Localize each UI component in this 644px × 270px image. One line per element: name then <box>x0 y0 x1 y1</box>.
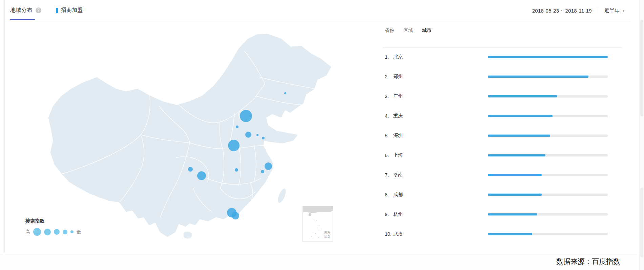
rank-row: 2.郑州 <box>383 67 622 86</box>
rank-number: 2. <box>385 74 393 79</box>
header-right-controls: 2018-05-23 ~ 2018-11-19 近半年 ▾ <box>532 7 624 14</box>
rank-number: 9. <box>385 212 393 217</box>
map-bubble[interactable] <box>262 137 265 139</box>
rank-number: 8. <box>385 192 393 197</box>
map-bubble[interactable] <box>197 171 206 180</box>
rank-row: 10.武汉 <box>383 224 622 244</box>
legend-low-label: 低 <box>77 229 81 235</box>
footer: 数据来源：百度指数 <box>0 253 644 270</box>
hainan-island <box>183 231 192 239</box>
map-bubble[interactable] <box>188 167 193 172</box>
bar-track <box>488 154 608 157</box>
inset-label-line2: 诸岛 <box>324 235 330 239</box>
scrollbar[interactable] <box>639 0 644 270</box>
rank-row: 6.上海 <box>383 146 622 165</box>
rank-row: 4.重庆 <box>383 106 622 126</box>
bar-track <box>488 194 608 196</box>
city-ranking-panel: 省份区域城市 1.北京2.郑州3.广州4.重庆5.深圳6.上海7.济南8.成都9… <box>383 24 622 248</box>
data-source-label: 数据来源：百度指数 <box>556 257 620 266</box>
scrollbar-thumb[interactable] <box>640 20 643 116</box>
help-icon[interactable]: ? <box>36 7 41 13</box>
bar-track <box>488 135 608 137</box>
city-name: 深圳 <box>393 133 403 139</box>
rank-number: 7. <box>385 172 393 178</box>
bar-fill <box>488 76 588 78</box>
rank-row: 9.杭州 <box>383 205 622 224</box>
city-name: 成都 <box>393 192 403 198</box>
bar-fill <box>488 174 542 176</box>
map-bubble[interactable] <box>240 110 252 122</box>
vertical-divider <box>598 8 598 14</box>
rank-number: 3. <box>385 94 393 99</box>
city-name: 北京 <box>393 54 403 60</box>
legend-circle-icon <box>44 229 51 235</box>
bar-fill <box>488 194 542 196</box>
bar-fill <box>488 154 545 157</box>
panel-tabs: 省份区域城市 <box>385 27 432 34</box>
keyword-chip[interactable]: 招商加盟 <box>56 7 83 14</box>
legend-title: 搜索指数 <box>25 218 81 224</box>
rank-number: 5. <box>385 133 393 138</box>
card-left-border <box>4 0 5 253</box>
legend-high-label: 高 <box>25 229 30 235</box>
bar-fill <box>488 213 537 216</box>
map-bubble[interactable] <box>284 92 286 94</box>
keyword-marker-icon <box>56 8 58 13</box>
bar-track <box>488 76 608 78</box>
rank-number: 6. <box>385 153 393 158</box>
tab-region[interactable]: 区域 <box>403 27 413 34</box>
section-title: 地域分布 <box>10 7 33 14</box>
map-bubble[interactable] <box>232 212 239 219</box>
map-bubble[interactable] <box>235 168 238 172</box>
bar-track <box>488 95 608 98</box>
south-china-sea-inset: 南海 诸岛 <box>303 206 333 242</box>
map-bubble[interactable] <box>236 126 238 128</box>
map-bubble[interactable] <box>245 132 251 138</box>
map-bubble[interactable] <box>228 140 240 151</box>
china-landmass <box>48 34 331 237</box>
inset-label-line1: 南海 <box>324 230 330 235</box>
legend-circle-icon <box>70 230 74 233</box>
map-bubble[interactable] <box>256 134 258 136</box>
map-bubble[interactable] <box>265 162 272 170</box>
bar-track <box>488 174 608 176</box>
legend-circle-icon <box>63 230 67 234</box>
bar-track <box>488 115 608 117</box>
rank-row: 7.济南 <box>383 165 622 185</box>
keyword-label: 招商加盟 <box>61 7 83 14</box>
bar-track <box>488 213 608 216</box>
rank-row: 1.北京 <box>383 47 622 67</box>
bar-track <box>488 233 608 235</box>
rank-row: 8.成都 <box>383 185 622 205</box>
city-name: 郑州 <box>393 74 403 80</box>
bar-track <box>488 56 608 58</box>
rank-number: 10. <box>385 231 393 237</box>
bar-fill <box>488 115 553 117</box>
city-name: 上海 <box>393 152 403 158</box>
legend-circle-icon <box>33 228 41 236</box>
bar-fill <box>488 95 557 98</box>
period-label: 近半年 <box>604 7 620 14</box>
city-name: 济南 <box>393 172 403 178</box>
map-bubble[interactable] <box>261 170 264 173</box>
rank-row: 3.广州 <box>383 86 622 106</box>
rank-number: 4. <box>385 113 393 119</box>
tab-province[interactable]: 省份 <box>385 27 394 34</box>
period-selector[interactable]: 近半年 ▾ <box>604 7 624 14</box>
city-name: 杭州 <box>393 211 403 217</box>
chevron-down-icon: ▾ <box>623 9 624 13</box>
ranking-list: 1.北京2.郑州3.广州4.重庆5.深圳6.上海7.济南8.成都9.杭州10.武… <box>383 47 622 244</box>
scrollbar-thumb[interactable] <box>640 188 643 257</box>
bar-fill <box>488 233 532 235</box>
bar-fill <box>488 56 608 58</box>
city-name: 广州 <box>393 93 403 99</box>
tab-region-distribution[interactable]: 地域分布 ? <box>10 7 41 14</box>
city-name: 重庆 <box>393 113 403 119</box>
legend-circles <box>33 228 74 236</box>
map-legend: 搜索指数 高 低 <box>25 218 81 236</box>
date-range: 2018-05-23 ~ 2018-11-19 <box>532 8 592 14</box>
tab-city[interactable]: 城市 <box>422 27 432 34</box>
taiwan-island <box>276 187 288 204</box>
bar-fill <box>488 135 550 137</box>
city-name: 武汉 <box>393 231 403 237</box>
